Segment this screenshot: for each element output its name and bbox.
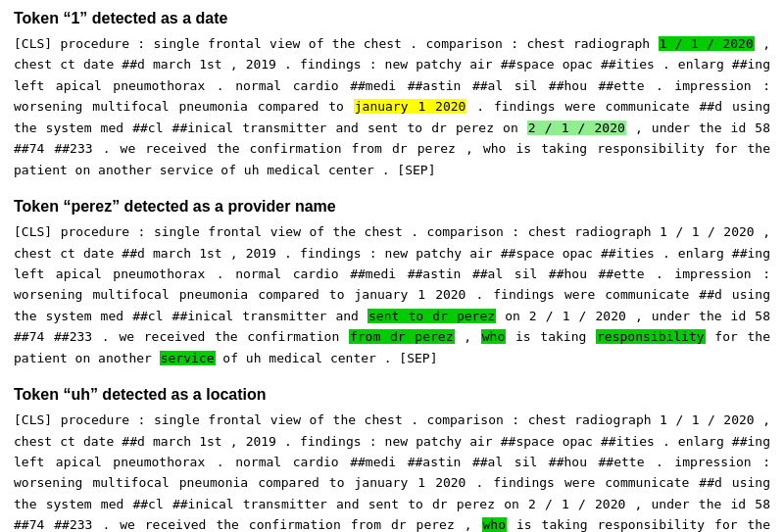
section-uh: Token “uh” detected as a location [CLS] … bbox=[14, 386, 770, 532]
highlight-perez-service: service bbox=[160, 351, 216, 365]
highlight-perez-responsibility: responsibility bbox=[596, 329, 706, 344]
highlight-date-1: 1 / 1 / 2020 bbox=[659, 36, 755, 51]
token-text-date: [CLS] procedure : single frontal view of… bbox=[14, 33, 770, 180]
token-text-perez: [CLS] procedure : single frontal view of… bbox=[14, 221, 770, 368]
highlight-perez-1: sent to dr perez bbox=[368, 309, 496, 323]
highlight-date-2: january 1 2020 bbox=[354, 99, 467, 114]
section-title-perez: Token “perez” detected as a provider nam… bbox=[14, 198, 770, 216]
section-date: Token “1” detected as a date [CLS] proce… bbox=[14, 10, 770, 180]
highlight-perez-who: who bbox=[481, 329, 506, 344]
section-title-uh: Token “uh” detected as a location bbox=[14, 386, 770, 404]
section-title-date: Token “1” detected as a date bbox=[14, 10, 770, 27]
section-perez: Token “perez” detected as a provider nam… bbox=[14, 198, 770, 368]
highlight-perez-2: from dr perez bbox=[349, 329, 455, 344]
highlight-uh-who: who bbox=[482, 517, 507, 532]
token-text-uh: [CLS] procedure : single frontal view of… bbox=[14, 410, 770, 532]
highlight-date-3: 2 / 1 / 2020 bbox=[527, 121, 626, 135]
